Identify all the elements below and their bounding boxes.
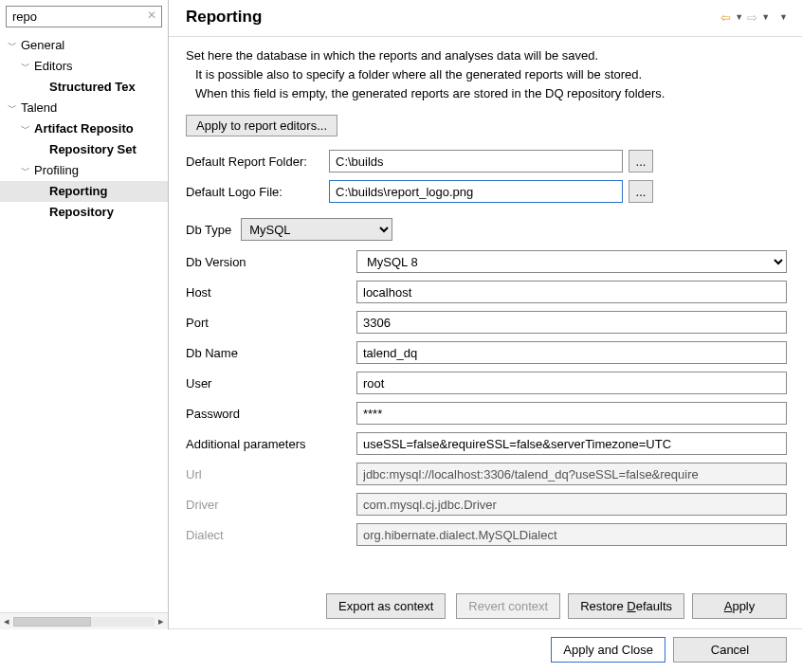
dialog-button-row: Apply and Close Cancel bbox=[0, 629, 802, 672]
driver-input bbox=[356, 493, 787, 516]
description: Set here the database in which the repor… bbox=[186, 46, 787, 103]
port-row: Port bbox=[186, 311, 787, 334]
dialect-row: Dialect bbox=[186, 523, 787, 546]
db-version-label: Db Version bbox=[186, 255, 356, 269]
url-label: Url bbox=[186, 467, 356, 481]
db-type-row: Db Type MySQL bbox=[186, 218, 787, 241]
preferences-sidebar: ✕ ﹀ General ﹀ Editors • Structured Tex ﹀… bbox=[0, 0, 169, 629]
default-logo-file-input[interactable] bbox=[329, 180, 623, 203]
view-menu-icon[interactable]: ▼ bbox=[778, 12, 789, 22]
back-menu-icon[interactable]: ▼ bbox=[734, 12, 744, 22]
tree-editors[interactable]: ﹀ Editors bbox=[0, 56, 168, 77]
db-version-row: Db Version MySQL 8 bbox=[186, 250, 787, 273]
db-name-label: Db Name bbox=[186, 346, 356, 360]
scroll-left-icon[interactable]: ◂ bbox=[4, 615, 9, 627]
forward-icon[interactable]: ⇨ bbox=[746, 10, 758, 25]
dialect-input bbox=[356, 523, 787, 546]
apply-to-editors-button[interactable]: Apply to report editors... bbox=[186, 115, 337, 136]
tree-artifact-repo[interactable]: ﹀ Artifact Reposito bbox=[0, 118, 168, 139]
preferences-tree: ﹀ General ﹀ Editors • Structured Tex ﹀ T… bbox=[0, 33, 168, 612]
chevron-down-icon: ﹀ bbox=[19, 120, 32, 137]
clear-filter-icon[interactable]: ✕ bbox=[147, 9, 156, 22]
content-pane: Reporting ⇦ ▼ ⇨ ▼ ▼ Set here the databas… bbox=[169, 0, 802, 629]
default-logo-file-label: Default Logo File: bbox=[186, 185, 323, 199]
tree-reporting[interactable]: • Reporting bbox=[0, 181, 168, 202]
chevron-down-icon: ﹀ bbox=[6, 37, 19, 54]
tree-profiling[interactable]: ﹀ Profiling bbox=[0, 160, 168, 181]
additional-params-row: Additional parameters bbox=[186, 432, 787, 455]
sidebar-hscroll[interactable]: ◂ ▸ bbox=[0, 612, 168, 629]
dialect-label: Dialect bbox=[186, 528, 356, 542]
scroll-right-icon[interactable]: ▸ bbox=[158, 615, 164, 627]
content-body: Set here the database in which the repor… bbox=[169, 37, 802, 586]
port-input[interactable] bbox=[356, 311, 787, 334]
default-logo-file-row: Default Logo File: ... bbox=[186, 180, 787, 203]
cancel-button[interactable]: Cancel bbox=[673, 637, 787, 663]
revert-context-button: Revert context bbox=[456, 593, 560, 619]
host-row: Host bbox=[186, 281, 787, 303]
default-report-folder-input[interactable] bbox=[329, 150, 623, 173]
restore-defaults-button[interactable]: Restore Defaults bbox=[568, 593, 684, 619]
tree-talend[interactable]: ﹀ Talend bbox=[0, 98, 168, 118]
tree-repository[interactable]: • Repository bbox=[0, 202, 168, 223]
host-input[interactable] bbox=[356, 281, 787, 303]
password-label: Password bbox=[186, 407, 356, 421]
tree-repository-settings[interactable]: • Repository Set bbox=[0, 139, 168, 160]
tree-general[interactable]: ﹀ General bbox=[0, 35, 168, 56]
db-name-row: Db Name bbox=[186, 341, 787, 364]
browse-folder-button[interactable]: ... bbox=[629, 150, 653, 173]
port-label: Port bbox=[186, 316, 356, 330]
additional-params-label: Additional parameters bbox=[186, 437, 356, 451]
user-label: User bbox=[186, 376, 356, 390]
db-name-input[interactable] bbox=[356, 341, 787, 364]
export-context-button[interactable]: Export as context bbox=[326, 593, 446, 619]
tree-structured-text[interactable]: • Structured Tex bbox=[0, 77, 168, 98]
page-title: Reporting bbox=[186, 8, 262, 27]
scroll-thumb[interactable] bbox=[13, 617, 91, 627]
url-input bbox=[356, 463, 787, 485]
content-header: Reporting ⇦ ▼ ⇨ ▼ ▼ bbox=[169, 0, 802, 37]
back-icon[interactable]: ⇦ bbox=[720, 10, 732, 25]
additional-params-input[interactable] bbox=[356, 432, 787, 455]
header-nav-icons: ⇦ ▼ ⇨ ▼ ▼ bbox=[720, 10, 789, 25]
user-input[interactable] bbox=[356, 372, 787, 394]
url-row: Url bbox=[186, 463, 787, 485]
user-row: User bbox=[186, 372, 787, 394]
chevron-down-icon: ﹀ bbox=[19, 162, 32, 179]
default-report-folder-label: Default Report Folder: bbox=[186, 154, 323, 169]
db-version-select[interactable]: MySQL 8 bbox=[356, 250, 787, 273]
chevron-down-icon: ﹀ bbox=[6, 100, 19, 117]
scroll-track[interactable] bbox=[13, 617, 155, 627]
host-label: Host bbox=[186, 285, 356, 300]
default-report-folder-row: Default Report Folder: ... bbox=[186, 150, 787, 173]
password-input[interactable] bbox=[356, 402, 787, 425]
driver-label: Driver bbox=[186, 498, 356, 512]
browse-logo-button[interactable]: ... bbox=[629, 180, 653, 203]
apply-and-close-button[interactable]: Apply and Close bbox=[551, 637, 665, 663]
filter-input[interactable] bbox=[6, 6, 162, 27]
db-type-select[interactable]: MySQL bbox=[241, 218, 392, 241]
forward-menu-icon[interactable]: ▼ bbox=[760, 12, 771, 22]
chevron-down-icon: ﹀ bbox=[19, 58, 32, 75]
password-row: Password bbox=[186, 402, 787, 425]
page-button-row: Export as context Revert context Restore… bbox=[169, 586, 802, 629]
driver-row: Driver bbox=[186, 493, 787, 516]
apply-button[interactable]: Apply bbox=[692, 593, 787, 619]
db-type-label: Db Type bbox=[186, 223, 231, 237]
filter-search: ✕ bbox=[6, 6, 162, 27]
